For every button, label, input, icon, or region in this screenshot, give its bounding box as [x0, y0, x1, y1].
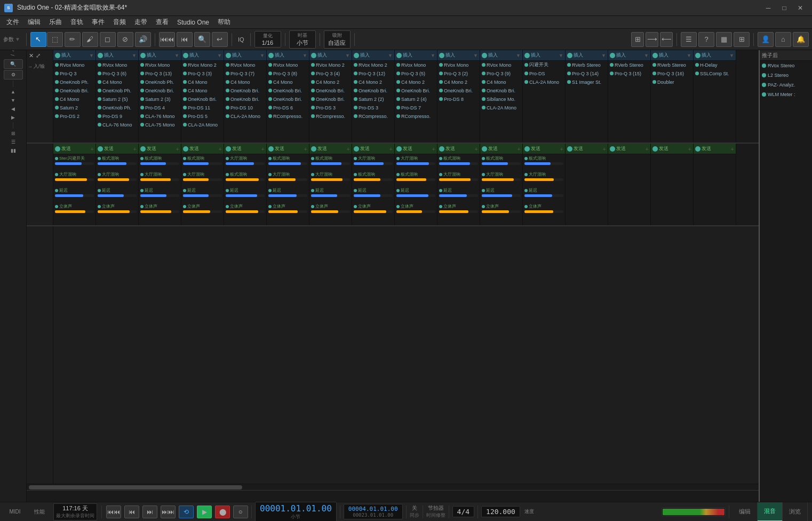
insert-on-btn-1[interactable] [55, 53, 60, 58]
horizontal-scrollbar[interactable] [27, 484, 759, 490]
plugin-slot-11-3[interactable]: OneKnob Bri. [480, 86, 522, 95]
insert-on-btn-16[interactable] [695, 53, 700, 58]
push-item-0[interactable]: RVox Stereo [760, 61, 812, 70]
send-on-btn-12[interactable] [524, 146, 530, 152]
left-btn-bars[interactable]: ▮▮ [10, 147, 17, 154]
tool-range[interactable]: ⬚ [47, 32, 63, 47]
tool-prev[interactable]: ⏮ [177, 32, 193, 47]
send-slot-6-3[interactable]: 立体声 [267, 202, 309, 218]
send-fader-7-2[interactable] [311, 194, 350, 197]
plugin-slot-12-2[interactable]: CLA-2A Mono [523, 78, 565, 86]
send-slot-11-1[interactable]: 大厅混响 [480, 170, 522, 186]
menu-track[interactable]: 音轨 [66, 17, 87, 28]
send-fader-9-2[interactable] [396, 194, 435, 197]
maximize-button[interactable]: □ [777, 1, 792, 15]
btn-record[interactable]: ⬤ [215, 506, 230, 518]
plugin-slot-5-4[interactable]: OneKnob Bri. [224, 95, 266, 104]
send-fader-12-2[interactable] [524, 194, 563, 197]
plugin-slot-9-1[interactable]: Pro-Q 3 (5) [395, 69, 437, 78]
insert-header-13[interactable]: 插入▼ [566, 50, 608, 61]
plugin-slot-13-2[interactable]: S1 Imager St. [566, 78, 608, 86]
send-on-btn-16[interactable] [695, 146, 700, 152]
plugin-slot-3-7[interactable]: CLA-75 Mono [139, 121, 181, 129]
send-slot-9-0[interactable]: 大厅混响 [395, 154, 437, 170]
tool-grid[interactable]: ⊞ [734, 32, 750, 47]
send-slot-8-2[interactable]: 延迟 [352, 186, 394, 202]
send-on-btn-10[interactable] [439, 146, 444, 152]
send-fader-2-2[interactable] [98, 194, 137, 197]
tool-zoom[interactable]: 🔍 [194, 32, 210, 47]
send-slot-7-2[interactable]: 延迟 [309, 186, 352, 202]
btn-rewind[interactable]: ⏮ [124, 506, 139, 518]
send-slot-6-1[interactable]: 大厅混响 [267, 170, 309, 186]
send-on-btn-5[interactable] [226, 146, 231, 152]
insert-on-btn-11[interactable] [482, 53, 487, 58]
send-fader-11-0[interactable] [482, 162, 521, 165]
send-header-1[interactable]: 发送+ [53, 144, 95, 154]
plugin-slot-15-2[interactable]: Doubler [651, 78, 693, 86]
plugin-slot-7-5[interactable]: Pro-DS 3 [309, 104, 352, 112]
send-header-3[interactable]: 发送+ [139, 144, 181, 154]
tool-paint[interactable]: 🖌 [82, 32, 98, 47]
left-arrow-up[interactable]: ▲ [10, 88, 17, 96]
plugin-slot-8-1[interactable]: Pro-Q 3 (12) [352, 69, 394, 78]
send-slot-6-0[interactable]: 板式混响 [267, 154, 309, 170]
send-fader-8-1[interactable] [354, 178, 393, 181]
plugin-slot-10-4[interactable]: Pro-DS 8 [437, 95, 480, 104]
plugin-slot-2-4[interactable]: Saturn 2 (5) [96, 95, 138, 104]
send-slot-11-2[interactable]: 延迟 [480, 186, 522, 202]
scrollbar-thumb[interactable] [29, 485, 242, 490]
send-fader-4-3[interactable] [183, 210, 222, 213]
send-on-btn-1[interactable] [55, 146, 60, 152]
send-fader-9-3[interactable] [396, 210, 435, 213]
plugin-slot-6-0[interactable]: RVox Mono [267, 61, 309, 69]
insert-on-btn-14[interactable] [610, 53, 615, 58]
send-fader-3-2[interactable] [140, 194, 179, 197]
plugin-slot-5-5[interactable]: Pro-DS 10 [224, 104, 266, 112]
plugin-slot-3-6[interactable]: CLA-76 Mono [139, 112, 181, 121]
send-slot-9-1[interactable]: 板式混响 [395, 170, 437, 186]
plugin-slot-2-5[interactable]: OneKnob Ph. [96, 104, 138, 112]
left-arrow-down[interactable]: ▼ [10, 97, 17, 104]
send-fader-2-0[interactable] [98, 162, 137, 165]
plugin-slot-8-4[interactable]: Saturn 2 (2) [352, 95, 394, 104]
push-item-1[interactable]: L2 Stereo [760, 70, 812, 80]
tool-home[interactable]: ⌂ [775, 32, 791, 47]
plugin-slot-7-6[interactable]: RCompresso. [309, 112, 352, 121]
send-on-btn-11[interactable] [482, 146, 487, 152]
send-on-btn-13[interactable] [567, 146, 572, 152]
send-fader-7-3[interactable] [311, 210, 350, 213]
left-btn-list[interactable]: ☰ [10, 138, 17, 146]
plugin-slot-2-1[interactable]: Pro-Q 3 (6) [96, 69, 138, 78]
insert-header-3[interactable]: 插入▼ [139, 50, 181, 61]
plugin-slot-15-1[interactable]: Pro-Q 3 (16) [651, 69, 693, 78]
send-slot-3-2[interactable]: 延迟 [139, 186, 181, 202]
tool-loop[interactable]: ↩ [212, 32, 228, 47]
send-slot-6-2[interactable]: 延迟 [267, 186, 309, 202]
plugin-slot-11-0[interactable]: RVox Mono [480, 61, 522, 69]
plugin-slot-8-2[interactable]: C4 Mono 2 [352, 78, 394, 86]
plugin-slot-8-5[interactable]: Pro-DS 3 [352, 104, 394, 112]
menu-audio[interactable]: 音频 [109, 17, 130, 28]
tab-edit[interactable]: 编辑 [733, 502, 758, 522]
send-slot-2-3[interactable]: 立体声 [96, 202, 138, 218]
send-fader-5-3[interactable] [226, 210, 265, 213]
send-on-btn-8[interactable] [354, 146, 359, 152]
send-slot-10-0[interactable]: 板式混响 [437, 154, 480, 170]
send-fader-8-2[interactable] [354, 194, 393, 197]
plugin-slot-6-2[interactable]: C4 Mono [267, 78, 309, 86]
push-item-3[interactable]: WLM Meter : [760, 90, 812, 99]
send-header-16[interactable]: 发送+ [694, 144, 736, 154]
send-slot-2-1[interactable]: 大厅混响 [96, 170, 138, 186]
send-add-btn-11[interactable]: + [518, 146, 521, 152]
send-header-2[interactable]: 发送+ [96, 144, 138, 154]
plugin-slot-1-3[interactable]: OneKnob Bri. [53, 86, 95, 95]
plugin-slot-3-3[interactable]: OneKnob Bri. [139, 86, 181, 95]
send-fader-12-1[interactable] [524, 178, 563, 181]
tool-pencil[interactable]: ✏ [65, 32, 81, 47]
send-slot-4-3[interactable]: 立体声 [181, 202, 224, 218]
send-fader-4-0[interactable] [183, 162, 222, 165]
tempo-display[interactable]: 120.000 [481, 506, 520, 517]
plugin-slot-8-3[interactable]: OneKnob Bri. [352, 86, 394, 95]
plugin-slot-8-6[interactable]: RCompresso. [352, 112, 394, 121]
